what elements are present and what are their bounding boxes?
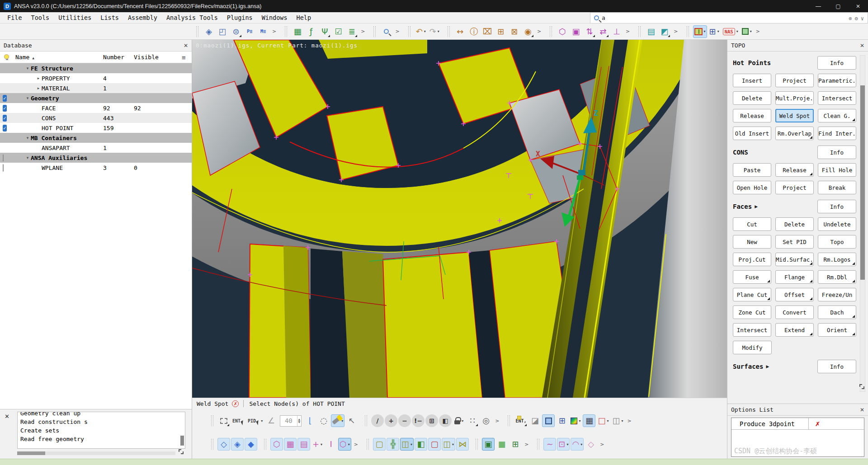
topo-button-intersect[interactable]: Intersect <box>733 323 771 337</box>
undo-icon-dropdown-icon[interactable]: ▾ <box>424 29 426 33</box>
column-number[interactable]: Number <box>103 54 134 61</box>
cancel-function-icon[interactable]: ✗ <box>232 400 239 407</box>
topo-button-plane-cut[interactable]: Plane Cut <box>733 288 771 301</box>
element-group-handle[interactable] <box>264 439 266 450</box>
topo-button-rm-dbl[interactable]: Rm.Dbl <box>818 270 856 284</box>
checkbox-ansa-auxiliaries[interactable] <box>3 154 4 162</box>
topo-button-find-inter[interactable]: Find Inter. <box>818 127 856 140</box>
topo-button-release[interactable]: Release <box>775 163 814 177</box>
solid-surface-icon[interactable]: ■ <box>495 438 508 451</box>
open-panels-icon[interactable]: ⋈ <box>456 438 469 451</box>
nut-icon[interactable]: ⬡ <box>556 25 569 38</box>
tree-expander-material[interactable]: ▸ <box>35 86 42 90</box>
pointer-icon[interactable]: ↖ <box>345 414 358 427</box>
measure-icon[interactable]: ↔ <box>454 25 467 38</box>
pid-select-icon[interactable]: PID▾ <box>246 414 264 427</box>
property-list-icon[interactable]: P≡ <box>243 25 256 38</box>
shaded-view-icon[interactable] <box>542 414 555 427</box>
grid-points-icon[interactable]: ╬ <box>387 438 399 451</box>
options-row-produce-3dpoint[interactable]: Produce 3dpoint✗ <box>731 418 864 430</box>
checkbox-wplane[interactable] <box>3 164 4 172</box>
tree-expander-fe-structure[interactable]: ▾ <box>24 66 31 70</box>
topo-scrollbar[interactable] <box>860 55 865 392</box>
column-visible[interactable]: Visible <box>134 54 162 61</box>
shade-checker-icon[interactable]: ◩ <box>658 25 671 38</box>
topo-button-old-insert[interactable]: Old Insert <box>733 127 771 140</box>
tria-mesh-icon[interactable]: ▦ <box>284 438 297 451</box>
material-list-icon[interactable]: M≡ <box>257 25 269 38</box>
options-list-close-icon[interactable]: ✕ <box>860 407 864 413</box>
undo-redo-group-handle[interactable] <box>408 26 410 37</box>
solid-cube-view-icon[interactable]: ◆ <box>245 438 257 451</box>
tree-row-geometry[interactable]: ✓▾Geometry <box>0 93 192 103</box>
corner-nodes-icon[interactable]: ▣ <box>482 438 495 451</box>
mesh-view-icon[interactable]: ⊞ <box>556 414 568 427</box>
lock-view-icon[interactable]: ▾ <box>453 414 465 427</box>
topo-button-modify[interactable]: Modify <box>733 341 772 354</box>
topo-button-project[interactable]: Project <box>775 74 814 87</box>
erase-box-icon[interactable]: □▾ <box>596 414 610 427</box>
bolt-icon[interactable]: ⊥ <box>610 25 623 38</box>
tree-row-ansapart[interactable]: ANSAPART1 <box>0 143 192 153</box>
clear-search-icon[interactable]: ⊗ <box>849 15 852 22</box>
compare-balance-icon[interactable]: Ψ <box>318 25 331 38</box>
hot-points-icon-dropdown-icon[interactable]: ▾ <box>321 442 322 446</box>
slash-draw-icon[interactable]: / <box>371 414 384 427</box>
beam-section-icon[interactable]: I <box>325 438 337 451</box>
add-draw-icon[interactable]: + <box>385 414 397 427</box>
pid-draw-mode-icon-dropdown-icon[interactable]: ▾ <box>704 29 706 33</box>
maximize-button[interactable]: ▢ <box>828 0 848 12</box>
topo-button-paste[interactable]: Paste <box>733 163 771 177</box>
feature-angle-spinner-value[interactable]: 40 <box>280 417 297 424</box>
mesh-draw-mode-icon[interactable]: ⊞▾ <box>708 25 721 38</box>
redo-icon-dropdown-icon[interactable]: ▾ <box>438 29 439 33</box>
symmetry-icon[interactable]: ⇅ <box>583 25 596 38</box>
topo-scrollbar-thumb[interactable] <box>860 85 865 280</box>
tree-row-wplane[interactable]: WPLANE30 <box>0 163 192 173</box>
topo-button-insert[interactable]: Insert <box>733 74 771 87</box>
section-faces-info-button[interactable]: Info <box>817 200 856 213</box>
element-more-chevron[interactable]: > <box>354 442 358 447</box>
session-group-more-chevron[interactable]: > <box>674 28 678 34</box>
hexa-interior-icon-dropdown-icon[interactable]: ▾ <box>348 442 350 446</box>
checkbox-cons[interactable]: ✓ <box>3 115 7 122</box>
topo-close-icon[interactable]: ✕ <box>860 42 864 49</box>
face-mid-icon[interactable]: ◫▾ <box>400 438 414 451</box>
topo-button-extend[interactable]: Extend <box>775 323 814 337</box>
bounding-box-icon[interactable]: ▾ <box>741 25 753 38</box>
topo-button-topo[interactable]: Topo <box>818 235 856 249</box>
tree-row-material[interactable]: ▸MATERIAL1 <box>0 83 192 93</box>
feature-angle-spinner[interactable]: 40▲▼ <box>280 415 302 427</box>
section-cons-info-button[interactable]: Info <box>817 146 856 159</box>
wire-mesh-view-icon[interactable]: ▦ <box>583 414 595 427</box>
face-mid-icon-dropdown-icon[interactable]: ▾ <box>410 442 412 446</box>
topo-button-zone-cut[interactable]: Zone Cut <box>733 305 771 319</box>
face-split-icon[interactable]: ◫▾ <box>442 438 455 451</box>
menu-lists[interactable]: Lists <box>96 13 123 22</box>
view-cube-group-handle[interactable] <box>211 439 213 450</box>
topo-button-freeze-un[interactable]: Freeze/Un <box>818 288 856 301</box>
info-horizontal-scrollbar-thumb[interactable] <box>17 451 45 455</box>
swap-compare-icon[interactable]: ⇄ <box>597 25 609 38</box>
menu-file[interactable]: File <box>3 13 27 22</box>
view-mode-group-handle[interactable] <box>687 26 689 37</box>
remove-draw-icon[interactable]: − <box>398 414 411 427</box>
checkbox-face[interactable]: ✓ <box>3 105 7 112</box>
results-view-icon[interactable]: ▾ <box>569 414 582 427</box>
topo-button-release[interactable]: Release <box>733 109 771 122</box>
spline-icon-dropdown-icon[interactable]: ▾ <box>580 442 582 446</box>
panel-dot-icon[interactable]: ◧ <box>415 438 427 451</box>
tree-expander-mb-containers[interactable]: ▾ <box>24 136 31 140</box>
topo-button-set-pid[interactable]: Set PID <box>775 235 814 249</box>
topo-button-project[interactable]: Project <box>775 181 814 194</box>
topo-button-cut[interactable]: Cut <box>733 217 771 231</box>
topo-button-fill-hole[interactable]: Fill Hole <box>818 163 856 177</box>
curve-more-chevron[interactable]: > <box>600 442 604 447</box>
transparent-view-icon-dropdown-icon[interactable]: ▾ <box>622 419 623 423</box>
display-more-chevron[interactable]: > <box>627 418 632 424</box>
menu-windows[interactable]: Windows <box>257 13 292 22</box>
measure-group-more-chevron[interactable]: > <box>537 28 541 34</box>
info-panel-tab[interactable]: Info <box>0 438 1 452</box>
spline-icon[interactable]: ◠▾ <box>571 438 584 451</box>
pid-draw-mode-icon[interactable]: ▾ <box>693 25 707 38</box>
